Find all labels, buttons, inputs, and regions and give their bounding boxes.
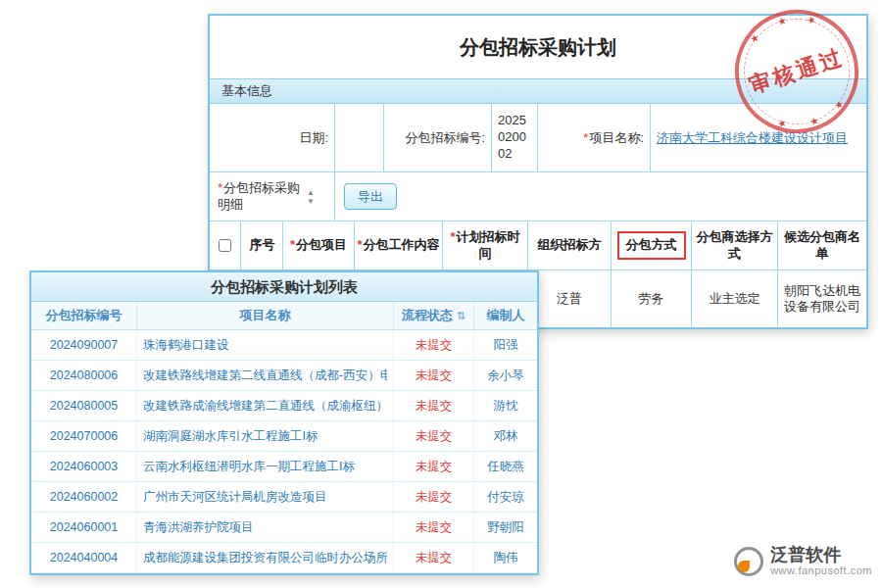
row-project-link[interactable]: 广州市天河区统计局机房改造项目 — [143, 489, 327, 506]
col-header-sub-method: 分包方式 — [612, 221, 692, 270]
row-bid-no[interactable]: 2024060003 — [31, 452, 137, 481]
col-label: 序号 — [250, 237, 275, 252]
stamp-text: 审核通过 — [746, 42, 848, 100]
project-name-label: * 项目名称: — [538, 104, 651, 172]
row-status: 未提交 — [394, 543, 474, 572]
row-status: 未提交 — [394, 452, 474, 481]
row-project-link[interactable]: 云南水利枢纽潜明水库一期工程施工I标 — [143, 459, 355, 475]
required-mark: * — [218, 180, 222, 195]
date-label: 日期: — [210, 104, 335, 172]
col-label: 候选分包商名单 — [780, 229, 864, 262]
row-bid-no[interactable]: 2024040004 — [31, 543, 137, 572]
bid-no-label: 分包招标编号: — [384, 104, 492, 172]
vendor-url: www.fanpusoft.com — [770, 564, 872, 576]
plan-list-panel: 分包招标采购计划列表 分包招标编号 项目名称 流程状态 ⇅ 编制人 202409… — [29, 270, 539, 575]
row-status: 未提交 — [394, 513, 474, 542]
list-row[interactable]: 2024060001 青海洪湖养护院项目 未提交 野朝阳 — [31, 513, 537, 543]
list-row[interactable]: 2024070006 湖南洞庭湖水库引水工程施工I标 未提交 邓林 — [31, 421, 537, 452]
fanpu-logo-icon — [734, 547, 763, 576]
required-mark: * — [290, 237, 295, 252]
list-col-project: 项目名称 — [137, 302, 394, 329]
list-row[interactable]: 2024060002 广州市天河区统计局机房改造项目 未提交 付安琼 — [31, 482, 537, 513]
row-author: 余小琴 — [474, 361, 537, 390]
row-project-link[interactable]: 改建铁路线增建第二线直通线（成都-西安）电... — [143, 368, 387, 384]
vendor-brand: 泛普软件 www.fanpusoft.com — [734, 546, 872, 576]
highlighted-column-box: 分包方式 — [617, 231, 686, 259]
col-label: 分包工作内容 — [364, 237, 440, 252]
list-row[interactable]: 2024080005 改建铁路成渝线增建第二直通线（成渝枢纽）... 未提交 游… — [31, 391, 537, 421]
export-button[interactable]: 导出 — [344, 183, 397, 210]
row-bid-no[interactable]: 2024080005 — [31, 391, 137, 420]
list-row[interactable]: 2024040004 成都能源建设集团投资有限公司临时办公场所... 未提交 陶… — [31, 543, 537, 573]
vendor-name: 泛普软件 — [770, 546, 872, 564]
row-status: 未提交 — [394, 361, 474, 390]
col-header-seq: 序号 — [241, 221, 283, 270]
spinner-down-icon[interactable]: ▼ — [307, 197, 315, 206]
list-title: 分包招标采购计划列表 — [31, 272, 537, 302]
row-status: 未提交 — [394, 482, 474, 512]
row-project-link[interactable]: 成都能源建设集团投资有限公司临时办公场所... — [143, 550, 387, 566]
select-all-cell — [210, 221, 241, 270]
required-mark: * — [357, 237, 362, 252]
row-sub-method-cell: 劳务 — [612, 270, 692, 327]
col-label: 组织招标方 — [538, 237, 602, 253]
detail-label-text: 分包招标采购明细 — [218, 180, 300, 212]
select-all-checkbox[interactable] — [219, 239, 231, 252]
row-bid-no[interactable]: 2024060001 — [31, 513, 137, 542]
row-bid-no[interactable]: 2024070006 — [31, 421, 137, 451]
col-header-work-content: *分包工作内容 — [355, 221, 443, 270]
required-mark: * — [583, 130, 588, 145]
row-author: 野朝阳 — [474, 513, 537, 542]
row-status: 未提交 — [394, 391, 474, 420]
sort-icon[interactable]: ⇅ — [457, 310, 466, 322]
row-author: 任晓燕 — [474, 452, 537, 481]
row-author: 邓林 — [474, 421, 537, 451]
row-project-link[interactable]: 湖南洞庭湖水库引水工程施工I标 — [143, 428, 318, 445]
row-author: 阳强 — [474, 330, 537, 360]
col-header-sub-project: *分包项目 — [283, 221, 355, 270]
spinner-up-icon[interactable]: ▲ — [307, 188, 315, 197]
row-bid-no[interactable]: 2024090007 — [31, 330, 137, 360]
row-author: 付安琼 — [474, 482, 537, 512]
row-author: 陶伟 — [474, 543, 537, 572]
detail-spinner: ▲ ▼ — [307, 188, 315, 206]
basic-info-label: 基本信息 — [221, 83, 272, 98]
col-header-selection-method: 分包商选择方式 — [692, 221, 778, 270]
status-col-label: 流程状态 — [402, 307, 453, 324]
row-project-link[interactable]: 青海洪湖养护院项目 — [143, 519, 254, 536]
date-value[interactable] — [335, 104, 384, 172]
row-selection-method-cell: 业主选定 — [692, 270, 778, 327]
detail-section-row: *分包招标采购明细 ▲ ▼ 导出 — [210, 172, 866, 221]
list-row[interactable]: 2024080006 改建铁路线增建第二线直通线（成都-西安）电... 未提交 … — [31, 361, 537, 391]
project-name-link[interactable]: 济南大学工科综合楼建设设计项目 — [657, 129, 848, 147]
row-project-link[interactable]: 改建铁路成渝线增建第二直通线（成渝枢纽）... — [143, 398, 387, 415]
col-label: 分包项目 — [296, 237, 347, 252]
row-organizer-cell: 泛普 — [528, 270, 612, 327]
list-col-author: 编制人 — [474, 302, 537, 329]
list-row[interactable]: 2024090007 珠海鹤港口建设 未提交 阳强 — [31, 330, 537, 361]
detail-table-header: 序号 *分包项目 *分包工作内容 *计划招标时间 组织招标方 分包方式 分包商选… — [210, 221, 866, 270]
row-author: 游忱 — [474, 391, 537, 420]
col-label: 分包商选择方式 — [694, 229, 775, 262]
row-bid-no[interactable]: 2024060002 — [31, 482, 137, 512]
list-row[interactable]: 2024060003 云南水利枢纽潜明水库一期工程施工I标 未提交 任晓燕 — [31, 452, 537, 482]
row-status: 未提交 — [394, 330, 474, 360]
row-candidate-list-cell: 朝阳飞达机电设备有限公司 — [778, 270, 866, 327]
col-header-plan-time: *计划招标时间 — [443, 221, 528, 270]
row-status: 未提交 — [394, 421, 474, 451]
list-header-row: 分包招标编号 项目名称 流程状态 ⇅ 编制人 — [31, 302, 537, 330]
list-col-status: 流程状态 ⇅ — [394, 302, 474, 329]
list-col-bid-no: 分包招标编号 — [31, 302, 137, 329]
required-mark: * — [450, 229, 455, 244]
detail-section-label: *分包招标采购明细 ▲ ▼ — [210, 172, 335, 220]
bid-no-value: 2025020002 — [492, 104, 538, 172]
project-name-label-text: 项目名称: — [589, 129, 644, 147]
row-project-link[interactable]: 珠海鹤港口建设 — [143, 337, 229, 354]
col-label: 计划招标时间 — [457, 229, 520, 260]
col-header-organizer: 组织招标方 — [528, 221, 612, 270]
row-bid-no[interactable]: 2024080006 — [31, 361, 137, 390]
col-header-candidate-list: 候选分包商名单 — [778, 221, 866, 270]
